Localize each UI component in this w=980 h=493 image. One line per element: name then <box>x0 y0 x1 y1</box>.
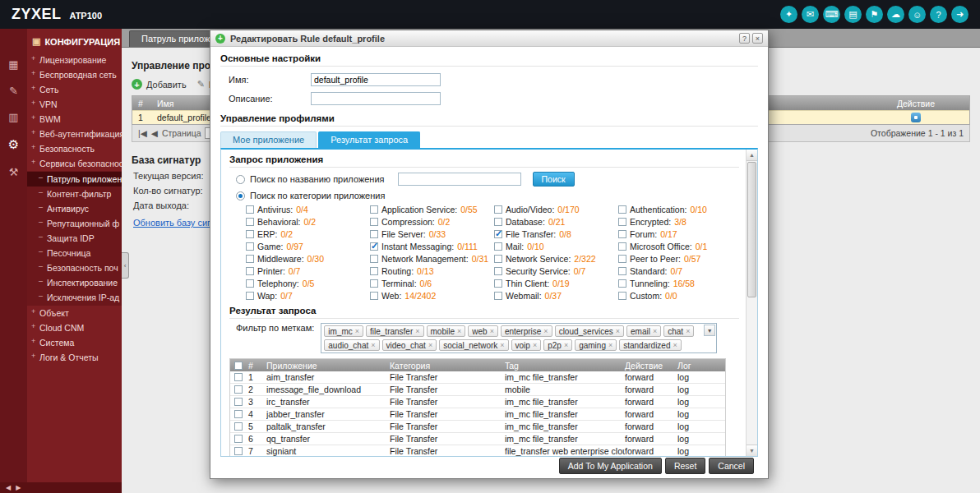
tag-chip[interactable]: im_mc× <box>324 325 363 337</box>
tag-remove-icon[interactable]: × <box>686 327 690 335</box>
category-option[interactable]: Custom:0/0 <box>618 291 739 301</box>
collapse-left-icon[interactable]: ◀ <box>6 484 11 491</box>
tag-remove-icon[interactable]: × <box>428 341 432 349</box>
dashboard-icon[interactable]: ▦ <box>8 58 18 71</box>
tag-remove-icon[interactable]: × <box>500 341 504 349</box>
sidebar-subitem[interactable]: Защита IDP <box>27 231 122 246</box>
category-option[interactable]: Telephony:0/5 <box>246 279 367 288</box>
category-option[interactable]: Instant Messaging:0/111 <box>370 242 491 251</box>
category-option[interactable]: Compression:0/2 <box>370 217 491 227</box>
dialog-help-icon[interactable]: ? <box>739 33 750 44</box>
row-checkbox[interactable] <box>234 435 243 443</box>
checkbox-icon[interactable] <box>494 218 502 226</box>
row-checkbox[interactable] <box>234 398 243 406</box>
checkbox-icon[interactable] <box>618 279 626 288</box>
results-table-row[interactable]: 2imessage_file_downloadFile Transfermobi… <box>230 384 725 396</box>
checkbox-icon[interactable] <box>370 230 378 238</box>
sidebar-subitem[interactable]: Безопасность поч <box>27 260 122 275</box>
scrollbar-thumb[interactable] <box>747 162 756 297</box>
select-all-checkbox[interactable] <box>234 362 243 370</box>
modal-tab[interactable]: Мое приложение <box>220 131 317 148</box>
checkbox-icon[interactable] <box>618 218 626 226</box>
sidebar-item[interactable]: Объект <box>27 306 122 320</box>
tag-chip[interactable]: enterprise× <box>501 325 552 337</box>
tag-chip[interactable]: p2p× <box>543 339 572 351</box>
add-button[interactable]: Добавить <box>146 80 187 90</box>
profile-action-icon[interactable] <box>911 113 921 122</box>
dialog-close-icon[interactable]: × <box>752 33 763 44</box>
row-checkbox[interactable] <box>234 373 243 381</box>
search-by-category-radio[interactable] <box>236 191 245 200</box>
cloud-icon[interactable]: ☁ <box>887 6 904 23</box>
tag-remove-icon[interactable]: × <box>653 327 657 335</box>
category-option[interactable]: Middleware:0/30 <box>246 254 367 264</box>
tag-chip[interactable]: video_chat× <box>382 339 437 351</box>
scroll-down-icon[interactable]: ▼ <box>747 445 757 456</box>
checkbox-icon[interactable] <box>618 242 626 251</box>
tag-remove-icon[interactable]: × <box>533 341 537 349</box>
first-page-icon[interactable]: |◀ <box>138 128 147 138</box>
checkbox-icon[interactable] <box>494 279 502 288</box>
category-option[interactable]: Security Service:0/7 <box>494 266 615 276</box>
sidebar-item[interactable]: Веб-аутентификация <box>27 127 122 141</box>
checkbox-icon[interactable] <box>370 218 378 226</box>
category-option[interactable]: ERP:0/2 <box>246 229 367 239</box>
tag-chip[interactable]: cloud_services× <box>555 325 624 337</box>
tag-remove-icon[interactable]: × <box>371 341 375 349</box>
sidebar-item[interactable]: Сервисы безопасност <box>27 156 122 171</box>
tab-application-patrol[interactable]: Патруль прилож <box>129 30 222 47</box>
reset-button[interactable]: Reset <box>665 458 705 474</box>
checkbox-icon[interactable] <box>618 255 626 263</box>
checkbox-icon[interactable] <box>618 292 626 300</box>
sidebar-subitem[interactable]: Антивирус <box>27 201 122 216</box>
configuration-gear-icon[interactable]: ⚙ <box>8 137 19 152</box>
sidebar-subitem[interactable]: Исключения IP-ад <box>27 290 122 305</box>
name-input[interactable] <box>311 73 441 86</box>
category-option[interactable]: Routing:0/13 <box>370 266 491 276</box>
monitor-icon[interactable]: ▥ <box>8 111 18 123</box>
checkbox-icon[interactable] <box>370 205 378 214</box>
checkbox-icon[interactable] <box>494 267 502 275</box>
tag-chip[interactable]: email× <box>626 325 661 337</box>
cancel-button[interactable]: Cancel <box>709 458 754 474</box>
checkbox-icon[interactable] <box>618 267 626 275</box>
checkbox-icon[interactable] <box>494 205 502 214</box>
category-option[interactable]: Wap:0/7 <box>246 291 367 301</box>
category-option[interactable]: Thin Client:0/19 <box>494 279 615 288</box>
category-option[interactable]: Tunneling:16/58 <box>618 279 739 288</box>
checkbox-icon[interactable] <box>370 255 378 263</box>
prev-page-icon[interactable]: ◀ <box>151 128 158 138</box>
setup-wizard-icon[interactable]: ✎ <box>9 85 18 97</box>
tag-remove-icon[interactable]: × <box>616 327 620 335</box>
results-table-row[interactable]: 4jabber_transferFile Transferim_mc file_… <box>230 408 725 421</box>
checkbox-icon[interactable] <box>370 267 378 275</box>
search-button[interactable]: Поиск <box>533 172 575 187</box>
checkbox-icon[interactable] <box>618 205 626 214</box>
checkbox-icon[interactable] <box>370 279 378 288</box>
cli-icon[interactable]: ⌨ <box>823 6 840 23</box>
results-table-row[interactable]: 1aim_transferFile Transferim_mc file_tra… <box>230 371 725 384</box>
checkbox-icon[interactable] <box>618 230 626 238</box>
sitemap-icon[interactable]: ⚑ <box>866 6 883 23</box>
results-table-row[interactable]: 3irc_transferFile Transferim_mc file_tra… <box>230 396 725 408</box>
category-option[interactable]: Audio/Video:0/170 <box>494 205 615 214</box>
checkbox-icon[interactable] <box>494 292 502 300</box>
logout-icon[interactable]: ➜ <box>951 6 968 23</box>
results-table-row[interactable]: 7signiantFile Transferfile_transfer web … <box>230 445 725 457</box>
add-to-my-application-button[interactable]: Add To My Application <box>559 458 662 474</box>
tag-remove-icon[interactable]: × <box>543 327 548 335</box>
sidebar-subitem[interactable]: Контент-фильтр <box>27 187 122 201</box>
results-table-row[interactable]: 6qq_transferFile Transferim_mc file_tran… <box>230 433 725 445</box>
sidebar-item[interactable]: BWM <box>27 112 122 127</box>
tag-chip[interactable]: file_transfer× <box>366 325 424 337</box>
results-table-row[interactable]: 5paltalk_transferFile Transferim_mc file… <box>230 421 725 433</box>
tag-chip[interactable]: mobile× <box>427 325 466 337</box>
tag-remove-icon[interactable]: × <box>415 327 419 335</box>
sidebar-item[interactable]: Лицензирование <box>27 53 122 67</box>
reference-icon[interactable]: ▤ <box>844 6 862 23</box>
checkbox-icon[interactable] <box>246 267 254 275</box>
category-option[interactable]: Authentication:0/10 <box>618 205 739 214</box>
modal-tab[interactable]: Результат запроса <box>318 131 420 148</box>
tag-chip[interactable]: chat× <box>663 325 694 337</box>
sidebar-collapse-handle[interactable]: ‹ <box>122 252 129 279</box>
